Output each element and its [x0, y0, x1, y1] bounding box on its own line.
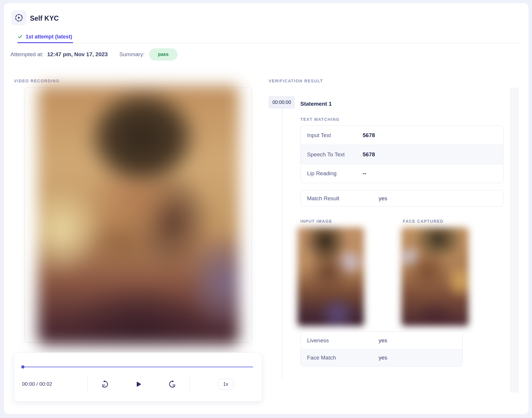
face-captured-image-blurred	[401, 227, 469, 326]
row-label: Match Result	[301, 195, 379, 202]
verification-result-heading: VERIFICATION RESULT	[269, 79, 323, 83]
table-row: Lip Reading --	[301, 164, 503, 183]
rewind-10-button[interactable]: 10	[100, 380, 109, 389]
forward-10-button[interactable]: 10	[168, 380, 177, 389]
statement-timestamp-chip[interactable]: 00:00:00	[269, 96, 295, 109]
svg-text:10: 10	[172, 384, 175, 387]
tab-label: 1st attempt (latest)	[26, 34, 72, 40]
check-icon	[18, 34, 22, 39]
row-value: yes	[379, 355, 387, 361]
statement-title: Statement 1	[300, 101, 332, 107]
time-display: 00:00 / 00:02	[22, 381, 52, 387]
table-row: Liveness yes	[301, 332, 462, 349]
svg-text:10: 10	[102, 384, 105, 387]
row-value: yes	[379, 195, 387, 202]
video-player-controls: 00:00 / 00:02 10	[14, 353, 262, 401]
video-recording-heading: VIDEO RECORDING	[14, 79, 60, 83]
timeline-dashed-line	[282, 109, 282, 379]
row-value: yes	[379, 337, 387, 344]
table-row: Input Text 5678	[301, 126, 503, 145]
buttons-zone: 10	[88, 377, 189, 391]
input-image-blurred	[297, 227, 364, 326]
table-row: Speech To Text 5678	[301, 145, 503, 164]
text-matching-heading: TEXT MATCHING	[300, 117, 340, 122]
forward-10-icon: 10	[168, 380, 176, 388]
video-progress-thumb[interactable]	[21, 365, 24, 369]
page-title: Self KYC	[30, 15, 59, 22]
row-label: Input Text	[301, 132, 363, 139]
video-frame-blurred	[38, 85, 239, 345]
face-checks-table: Liveness yes Face Match yes	[300, 332, 463, 366]
video-kyc-play-icon	[15, 13, 23, 22]
tab-first-attempt[interactable]: 1st attempt (latest)	[17, 32, 73, 43]
player-controls-row: 00:00 / 00:02 10	[14, 377, 262, 391]
playback-speed-button[interactable]: 1x	[218, 379, 233, 390]
row-label: Lip Reading	[301, 170, 363, 177]
table-row: Match Result yes	[301, 190, 503, 206]
row-value: 5678	[363, 132, 375, 139]
kyc-review-page: Self KYC 1st attempt (latest) Attempted …	[0, 0, 532, 418]
kyc-card: Self KYC 1st attempt (latest) Attempted …	[3, 3, 529, 415]
row-label: Liveness	[301, 337, 379, 344]
summary-status-badge: pass	[149, 48, 178, 61]
face-captured-heading: FACE CAPTURED	[403, 219, 444, 224]
row-label: Speech To Text	[301, 151, 363, 158]
row-value: 5678	[363, 151, 375, 158]
result-panel-scrollbar[interactable]	[510, 88, 518, 393]
table-row: Face Match yes	[301, 349, 462, 366]
tabs-row: 1st attempt (latest)	[17, 32, 521, 43]
attempted-at-value: 12:47 pm, Nov 17, 2023	[47, 51, 108, 58]
app-icon	[11, 10, 26, 25]
row-label: Face Match	[301, 355, 379, 361]
play-button[interactable]	[134, 380, 143, 388]
attempted-at-label: Attempted at:	[10, 51, 43, 58]
summary-label: Summary:	[119, 51, 145, 58]
replay-10-icon: 10	[101, 380, 109, 388]
match-result-table: Match Result yes	[300, 190, 503, 207]
speed-zone: 1x	[190, 377, 262, 391]
video-progress-bar[interactable]	[22, 366, 253, 368]
row-value: --	[363, 170, 366, 177]
time-zone: 00:00 / 00:02	[14, 377, 87, 391]
meta-row: Attempted at: 12:47 pm, Nov 17, 2023 Sum…	[10, 48, 178, 61]
input-image-heading: INPUT IMAGE	[300, 219, 332, 224]
play-icon	[135, 381, 142, 388]
text-matching-table: Input Text 5678 Speech To Text 5678 Lip …	[300, 125, 503, 183]
